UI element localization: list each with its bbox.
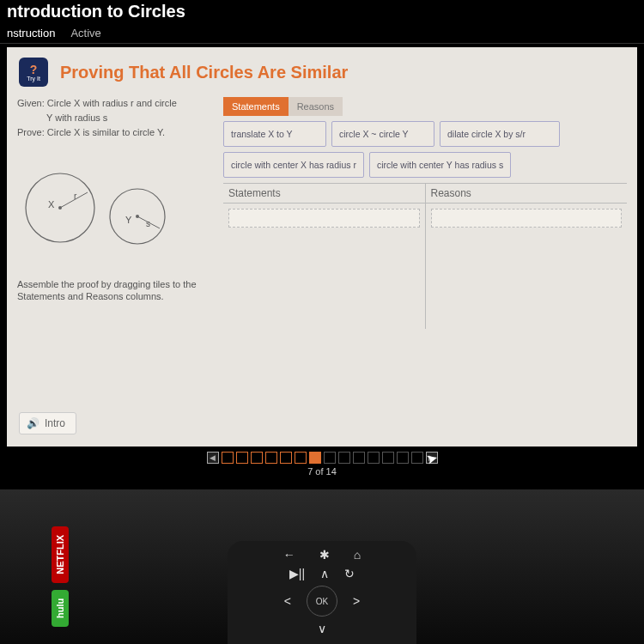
tile-similar[interactable]: circle X ~ circle Y bbox=[331, 121, 434, 147]
pager-box-5[interactable] bbox=[280, 452, 292, 464]
pager-box-9[interactable] bbox=[338, 452, 350, 464]
question-icon: ? bbox=[30, 64, 38, 76]
pager-box-3[interactable] bbox=[251, 452, 263, 464]
statements-header: Statements bbox=[223, 184, 425, 204]
tab-reasons[interactable]: Reasons bbox=[289, 97, 343, 116]
refresh-icon: ↻ bbox=[344, 567, 355, 580]
svg-text:X: X bbox=[48, 199, 55, 210]
tile-translate[interactable]: translate X to Y bbox=[223, 121, 326, 147]
chevron-up-icon: ∧ bbox=[320, 567, 329, 580]
pager-box-14[interactable] bbox=[411, 452, 423, 464]
tile-center-x[interactable]: circle with center X has radius r bbox=[223, 152, 364, 178]
pager-box-13[interactable] bbox=[397, 452, 409, 464]
pager-box-2[interactable] bbox=[236, 452, 248, 464]
chevron-left-icon: < bbox=[284, 594, 291, 608]
pager-prev[interactable]: ◀ bbox=[207, 452, 219, 464]
remote-control: ← ✱ ⌂ ▶|| ∧ ↻ < OK > ∨ bbox=[228, 541, 416, 644]
netflix-button: NETFLIX bbox=[52, 526, 69, 583]
pager-next[interactable]: ▶ bbox=[426, 452, 438, 464]
given-text-2: Y with radius s bbox=[17, 112, 215, 125]
given-text-1: Given: Circle X with radius r and circle bbox=[17, 97, 215, 110]
pager-box-11[interactable] bbox=[368, 452, 380, 464]
content-panel: ? Try It Proving That All Circles Are Si… bbox=[7, 47, 637, 447]
pager-box-12[interactable] bbox=[382, 452, 394, 464]
tab-statements[interactable]: Statements bbox=[223, 97, 289, 116]
pager-box-4[interactable] bbox=[265, 452, 277, 464]
tab-active[interactable]: Active bbox=[70, 27, 100, 39]
home-icon: ⌂ bbox=[354, 548, 361, 562]
mic-icon: ✱ bbox=[319, 548, 330, 562]
physical-desk: ← ✱ ⌂ ▶|| ∧ ↻ < OK > ∨ bbox=[0, 489, 644, 644]
prove-text: Prove: Circle X is similar to circle Y. bbox=[17, 126, 215, 139]
chevron-down-icon: ∨ bbox=[318, 622, 326, 635]
circles-diagram: X r Y s bbox=[17, 165, 189, 251]
proof-table: Statements Reasons bbox=[223, 183, 627, 329]
try-it-badge: ? Try It bbox=[19, 58, 48, 87]
svg-text:s: s bbox=[146, 219, 150, 228]
pager-box-1[interactable] bbox=[222, 452, 234, 464]
reasons-header: Reasons bbox=[426, 184, 628, 204]
topic-title: Proving That All Circles Are Similar bbox=[60, 63, 348, 82]
play-pause-icon: ▶|| bbox=[289, 567, 305, 580]
statement-drop-slot[interactable] bbox=[228, 209, 420, 228]
pager-box-10[interactable] bbox=[353, 452, 365, 464]
chevron-right-icon: > bbox=[353, 594, 360, 608]
tile-center-y[interactable]: circle with center Y has radius s bbox=[369, 152, 511, 178]
tab-instruction[interactable]: nstruction bbox=[7, 27, 55, 39]
pager-text: 7 of 14 bbox=[307, 466, 337, 477]
intro-button[interactable]: 🔊 Intro bbox=[19, 412, 76, 434]
reason-drop-slot[interactable] bbox=[431, 209, 623, 228]
speaker-icon: 🔊 bbox=[27, 417, 39, 429]
pager-box-6[interactable] bbox=[295, 452, 307, 464]
svg-text:r: r bbox=[74, 191, 77, 201]
hulu-button: hulu bbox=[52, 590, 69, 627]
instructions-text: Assemble the proof by dragging tiles to … bbox=[17, 278, 215, 303]
ok-button: OK bbox=[307, 586, 337, 617]
tile-dilate[interactable]: dilate circle X by s/r bbox=[440, 121, 560, 147]
pager-box-8[interactable] bbox=[324, 452, 336, 464]
svg-text:Y: Y bbox=[125, 215, 132, 225]
pager-box-7[interactable] bbox=[309, 452, 321, 464]
page-title: ntroduction to Circles bbox=[0, 0, 644, 23]
back-icon: ← bbox=[283, 548, 295, 562]
